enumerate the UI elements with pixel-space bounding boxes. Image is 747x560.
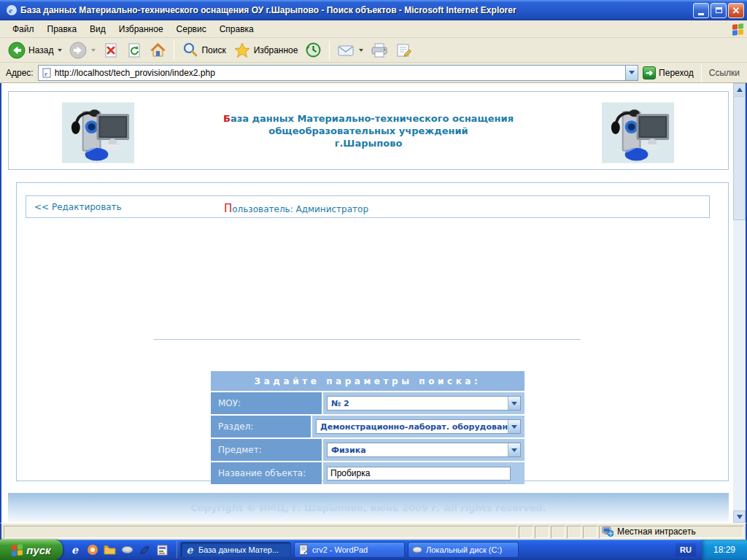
window-titlebar: e База данных Материально-технического о… <box>0 0 747 20</box>
quicklaunch-folder-icon[interactable] <box>104 544 116 556</box>
vertical-scrollbar[interactable] <box>733 83 746 523</box>
edit-link[interactable]: << Редактировать <box>34 202 122 212</box>
svg-text:e: e <box>44 70 47 77</box>
task-button-database[interactable]: e База данных Матер... <box>180 542 291 558</box>
restore-button[interactable] <box>711 3 727 18</box>
windows-logo-icon <box>729 21 746 37</box>
title-line1: аза данных Материально-технического осна… <box>231 113 514 124</box>
history-button[interactable] <box>301 40 325 60</box>
forward-dropdown-icon[interactable] <box>91 49 96 52</box>
mou-label: МОУ: <box>211 392 322 414</box>
title-line2: общеобразовательных учреждений <box>268 125 468 136</box>
status-bar: Местная интрасеть <box>0 523 747 540</box>
form-row-section: Раздел: Демонстрационно-лаборат. оборудо… <box>211 416 525 438</box>
mou-selected-value: № 2 <box>328 399 508 408</box>
select-arrow-button[interactable] <box>508 420 520 433</box>
task-button-local-disk[interactable]: Локальный диск (C:) <box>408 542 519 558</box>
back-button[interactable]: Назад <box>4 40 66 61</box>
title-first-letter: Б <box>223 113 231 124</box>
browser-toolbar: Назад Поиск <box>0 38 747 63</box>
back-icon <box>8 42 26 59</box>
search-form: Задайте параметры поиска: МОУ: № 2 Разде… <box>211 371 525 484</box>
start-label: пуск <box>26 544 50 556</box>
close-button[interactable]: ✕ <box>728 3 744 18</box>
status-panel <box>567 526 581 538</box>
favorites-star-icon <box>233 42 251 59</box>
form-row-object-name: Название объекта: <box>211 462 525 484</box>
go-button[interactable]: ➜ Переход <box>643 66 694 79</box>
mou-select[interactable]: № 2 <box>327 396 521 411</box>
scroll-up-button[interactable] <box>733 83 746 96</box>
quicklaunch-drive-icon[interactable] <box>121 544 133 556</box>
taskbar-divider <box>176 541 177 559</box>
links-label[interactable]: Ссылки <box>705 68 744 78</box>
address-input[interactable] <box>55 66 625 79</box>
ie-task-icon: e <box>185 545 195 555</box>
address-field[interactable]: e <box>38 65 638 81</box>
address-dropdown-button[interactable] <box>625 66 638 80</box>
subject-select[interactable]: Физика <box>327 443 521 457</box>
subject-selected-value: Физика <box>328 446 508 455</box>
user-first-letter: П <box>224 202 232 215</box>
section-selected-value: Демонстрационно-лаборат. оборудован <box>317 422 508 432</box>
back-dropdown-icon[interactable] <box>58 49 62 52</box>
menu-view[interactable]: Вид <box>83 24 112 34</box>
quicklaunch-php-icon[interactable] <box>156 544 169 556</box>
select-arrow-button[interactable] <box>508 443 520 456</box>
menu-edit[interactable]: Правка <box>41 24 84 34</box>
section-select[interactable]: Демонстрационно-лаборат. оборудован <box>316 419 521 434</box>
forward-icon <box>69 42 87 59</box>
minimize-button[interactable] <box>693 3 709 18</box>
back-label: Назад <box>28 45 53 55</box>
quicklaunch-media-icon[interactable] <box>86 544 98 556</box>
security-zone-label: Местная интрасеть <box>617 526 696 537</box>
print-button[interactable] <box>367 41 392 60</box>
chevron-down-icon <box>511 425 517 429</box>
form-row-mou: МОУ: № 2 <box>211 392 525 414</box>
quicklaunch-ie-icon[interactable]: e <box>69 544 81 556</box>
disk-icon <box>412 545 422 555</box>
quicklaunch-app-icon[interactable] <box>139 544 151 556</box>
section-label: Раздел: <box>211 416 311 438</box>
windows-flag-icon <box>12 544 23 556</box>
links-separator <box>701 64 702 82</box>
mail-button[interactable] <box>333 42 367 59</box>
history-icon <box>305 42 322 58</box>
refresh-icon <box>126 42 142 58</box>
scroll-down-button[interactable] <box>733 510 746 523</box>
task-button-wordpad[interactable]: crv2 - WordPad <box>294 542 405 558</box>
computer-logo-image <box>602 102 674 163</box>
status-panel <box>551 526 565 538</box>
language-indicator[interactable]: RU <box>676 543 696 556</box>
status-panel <box>535 526 549 538</box>
home-button[interactable] <box>146 40 170 60</box>
taskbar: пуск e e База данных Матер... crv2 - Wor… <box>0 540 747 560</box>
select-arrow-button[interactable] <box>508 397 520 410</box>
forward-button[interactable] <box>66 40 99 61</box>
nav-box: << Редактировать Пользователь: Администр… <box>26 195 710 218</box>
start-button[interactable]: пуск <box>0 540 63 560</box>
page-icon: e <box>42 68 52 78</box>
system-tray-clock[interactable]: 18:29 <box>702 540 747 560</box>
toolbar-separator <box>329 41 330 60</box>
menu-favorites[interactable]: Избранное <box>112 24 170 34</box>
object-name-input[interactable] <box>327 467 511 481</box>
menu-help[interactable]: Справка <box>213 24 260 34</box>
search-icon <box>182 42 198 58</box>
object-name-label: Название объекта: <box>211 462 322 484</box>
edit-button[interactable] <box>392 41 417 60</box>
home-icon <box>150 42 166 58</box>
menu-tools[interactable]: Сервис <box>170 24 213 34</box>
menu-file[interactable]: Файл <box>6 24 41 34</box>
favorites-label: Избранное <box>254 45 298 55</box>
triangle-down-icon <box>737 515 743 519</box>
search-button[interactable]: Поиск <box>178 40 229 60</box>
stop-button[interactable] <box>99 41 123 60</box>
go-label: Переход <box>659 68 694 78</box>
refresh-button[interactable] <box>123 41 146 60</box>
scrollbar-thumb[interactable] <box>733 96 746 220</box>
favorites-button[interactable]: Избранное <box>230 40 302 61</box>
wordpad-icon <box>298 545 309 555</box>
mail-dropdown-icon[interactable] <box>359 49 363 52</box>
chevron-down-icon <box>629 71 635 74</box>
